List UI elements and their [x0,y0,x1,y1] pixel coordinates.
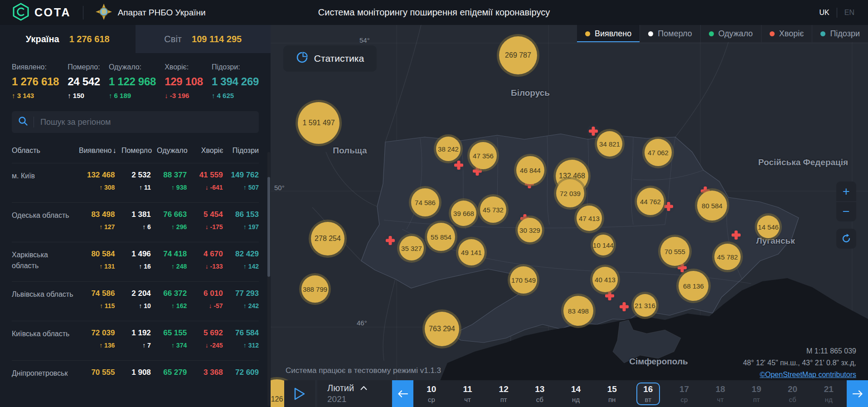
table-row[interactable]: Дніпропетровськ70 5551 90865 2793 36872 … [12,360,259,400]
timeline-day-10[interactable]: 10ср [413,380,450,407]
search-input[interactable] [40,118,252,127]
timeline-day-18[interactable]: 18чт [702,380,738,407]
tab-ukraine[interactable]: Україна 1 276 618 [0,25,136,53]
case-bubble[interactable]: 68 136 [679,271,708,301]
lang-uk[interactable]: UK [820,9,829,17]
case-bubble[interactable]: 45 732 [480,196,506,223]
case-bubble[interactable]: 269 787 [499,36,537,74]
timeline-day-21[interactable]: 21нд [810,380,847,407]
arrow-up-icon: ↑ [171,302,175,309]
map-canvas[interactable]: 54°50°46° БілорусьПольщаРосійська Федера… [271,25,868,407]
timeline-day-14[interactable]: 14нд [558,380,594,407]
case-bubble[interactable]: 55 854 [427,223,455,251]
world-label: Світ [164,34,182,44]
legend-tab-died[interactable]: Померло [640,25,700,42]
case-bubble[interactable]: 35 327 [399,236,424,260]
case-bubble[interactable]: 74 586 [411,188,439,216]
lang-en[interactable]: EN [844,9,854,17]
statistics-button[interactable]: Статистика [283,45,377,72]
summary-value: 1 276 618 [12,75,59,88]
medical-cross-icon[interactable] [384,234,397,247]
col-recovered[interactable]: Одужало [152,147,188,155]
scrollbar-thumb[interactable] [267,177,270,277]
timeline-day-12[interactable]: 12пт [485,380,522,407]
case-bubble[interactable]: 47 062 [645,139,672,166]
cell-recovered: 66 372↑ 162 [151,289,187,321]
timeline-day-11[interactable]: 11чт [450,380,486,407]
case-bubble[interactable]: 34 821 [597,131,622,157]
case-bubble[interactable]: 83 498 [563,296,593,326]
table-row[interactable]: Одеська область83 498↑ 1271 381↑ 676 663… [12,202,259,242]
arrow-left-icon [398,390,408,397]
zoom-out-button[interactable]: − [836,201,856,221]
case-bubble[interactable]: 170 549 [510,266,537,294]
medical-cross-icon[interactable] [587,125,600,137]
timeline-day-16[interactable]: 16вт [630,380,666,407]
case-bubble[interactable]: 49 141 [458,239,485,265]
map-coordinates: 48° 12' 45" пн.ш., 43° 21' 0.8" зх.д, [743,357,856,369]
medical-cross-icon[interactable] [618,300,630,313]
medical-cross-icon[interactable] [452,159,465,172]
case-bubble[interactable]: 39 668 [451,201,476,226]
timeline-day-17[interactable]: 17ср [666,380,703,407]
case-bubble[interactable]: 278 254 [311,222,344,255]
col-died[interactable]: Померло [116,147,152,155]
legend-tab-detected[interactable]: Виявлено [577,25,640,42]
case-bubble[interactable]: 72 039 [556,179,584,207]
refresh-button[interactable] [836,229,856,249]
case-bubble[interactable]: 44 762 [637,188,664,215]
case-bubble[interactable]: 70 555 [660,237,689,266]
case-bubble[interactable]: 763 294 [425,312,459,346]
legend-tab-recovered[interactable]: Одужало [700,25,761,42]
medical-cross-icon[interactable] [662,200,675,213]
timeline-day-15[interactable]: 15пн [594,380,630,407]
osm-link[interactable]: ©OpenStreetMap contributors [760,371,856,378]
map-attribution: М 1:11 865 039 48° 12' 45" пн.ш., 43° 21… [743,345,856,381]
sidebar-scrollbar[interactable] [267,152,270,406]
case-bubble[interactable]: 30 329 [518,218,542,242]
play-icon [294,387,305,400]
cell-detected: 74 586↑ 115 [79,289,115,321]
timeline-day-19[interactable]: 19пт [738,380,775,407]
timeline-day-20[interactable]: 20сб [775,380,811,407]
bubble-value: 46 844 [520,167,541,174]
table-row[interactable]: Київська область72 039↑ 1361 192↑ 765 15… [12,321,259,360]
col-region[interactable]: Область [12,147,79,155]
day-number: 14 [571,384,581,394]
logo-text: СОТА [34,6,71,19]
cota-hexagon-icon [12,3,30,23]
bubble-value: 49 141 [461,249,482,256]
region-search[interactable] [12,111,259,133]
col-suspected[interactable]: Підозри [223,147,259,155]
case-bubble[interactable]: 1 591 497 [298,102,339,144]
case-bubble[interactable]: 80 584 [697,191,727,221]
case-bubble[interactable]: 47 356 [470,142,497,169]
medical-cross-icon[interactable] [730,229,742,241]
cota-logo: СОТА [12,3,71,23]
case-bubble[interactable]: 14 546 [757,216,780,238]
timeline-day-13[interactable]: 13сб [522,380,558,407]
case-bubble[interactable]: 40 413 [592,267,618,292]
zoom-in-button[interactable]: + [836,181,856,201]
play-button[interactable] [284,380,315,407]
col-sick[interactable]: Хворіє [188,147,223,155]
month-selector[interactable]: Лютий 2021 [317,380,391,407]
case-bubble[interactable]: 10 144 [593,235,614,255]
prev-dates-button[interactable] [392,380,413,407]
table-row[interactable]: м. Київ132 468↑ 3082 532↑ 1188 377↑ 9384… [12,163,259,202]
world-total: 109 114 295 [192,34,242,44]
legend-tab-sick[interactable]: Хворіє [761,25,812,42]
case-bubble[interactable]: 38 242 [436,137,461,161]
case-bubble[interactable]: 45 782 [714,244,741,270]
case-bubble[interactable]: 388 799 [301,275,329,303]
case-bubble[interactable]: 47 413 [577,206,602,231]
next-dates-button[interactable] [847,380,868,407]
legend-tab-suspected[interactable]: Підозри [812,25,868,42]
col-detected[interactable]: Виявлено↓ [79,147,116,155]
table-row[interactable]: Харківська область80 584↑ 1311 496↑ 1674… [12,242,259,281]
tab-world[interactable]: Світ 109 114 295 [136,25,271,53]
case-bubble[interactable]: 46 844 [516,156,544,184]
case-bubble[interactable]: 21 316 [634,294,656,317]
table-row[interactable]: Львівська область74 586↑ 1152 204↑ 1066 … [12,281,259,321]
cell-sick: 5 454↓ -175 [187,210,223,242]
